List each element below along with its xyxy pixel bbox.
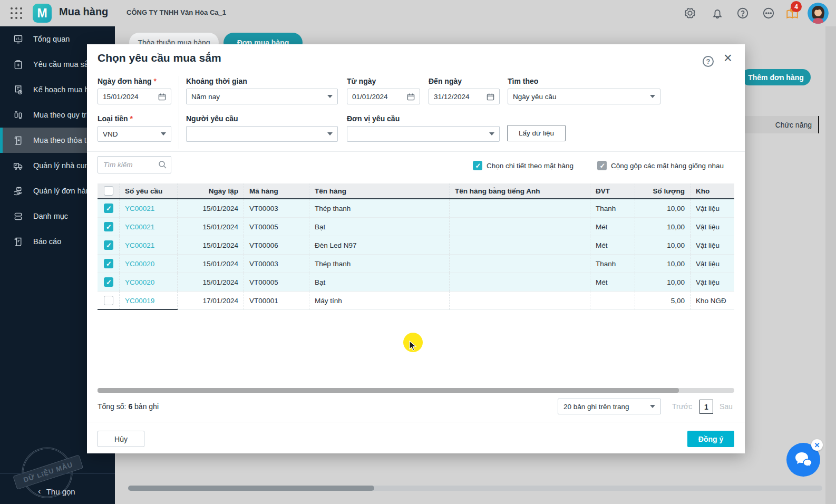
warehouse-cell: Kho NGĐ — [691, 292, 734, 309]
col-unit[interactable]: ĐVT — [590, 183, 635, 198]
purchase-request-table: Số yêu cầu Ngày lập Mã hàng Tên hàng Tên… — [98, 183, 734, 310]
table-row[interactable]: YC00021 15/01/2024 VT00006 Đèn Led N97 M… — [98, 236, 734, 255]
sidebar-collapse-button[interactable]: ‹ Thu gọn — [0, 479, 115, 504]
option-merge-identical-items[interactable]: Cộng gộp các mặt hàng giống nhau — [597, 161, 724, 170]
from-date-input[interactable]: 01/01/2024 — [347, 89, 420, 104]
row-checkbox[interactable] — [104, 203, 113, 213]
item-code-cell: VT00001 — [244, 292, 309, 309]
option-label: Chọn chi tiết theo mặt hàng — [487, 162, 573, 170]
currency-select[interactable]: VND — [98, 126, 171, 142]
caret-down-icon — [650, 405, 655, 408]
sidebar-item-label: Tổng quan — [33, 35, 70, 43]
col-warehouse[interactable]: Kho — [691, 183, 734, 198]
modal-close-icon[interactable]: × — [721, 51, 735, 65]
table-row[interactable]: YC00020 15/01/2024 VT00003 Thép thanh Th… — [98, 255, 734, 273]
unit-cell: Mét — [590, 236, 635, 254]
app-logo[interactable]: M — [33, 4, 52, 23]
search-by-label: Tìm theo — [508, 77, 538, 85]
item-name-cell: Máy tính — [309, 292, 450, 309]
table-row[interactable]: YC00021 15/01/2024 VT00003 Thép thanh Th… — [98, 199, 734, 218]
item-name-en-cell — [450, 218, 590, 236]
request-no-link[interactable]: YC00021 — [120, 236, 178, 254]
table-row[interactable]: YC00019 17/01/2024 VT00001 Máy tính 5,00… — [98, 292, 734, 310]
add-order-button[interactable]: Thêm đơn hàng — [741, 69, 811, 85]
calendar-icon[interactable] — [407, 93, 415, 101]
screen: M Mua hàng CÔNG TY TNHH Vân Hòa Ca_1 4 T… — [0, 0, 836, 504]
help-icon[interactable] — [736, 6, 750, 20]
page-horizontal-scrollbar-thumb[interactable] — [128, 486, 374, 491]
request-no-link[interactable]: YC00021 — [120, 218, 178, 236]
modal-hscrollbar-thumb[interactable] — [98, 388, 679, 393]
row-checkbox[interactable] — [104, 296, 113, 305]
table-row[interactable]: YC00021 15/01/2024 VT00005 Bạt Mét 10,00… — [98, 218, 734, 236]
checkbox-select-by-item[interactable] — [473, 161, 482, 170]
requester-select[interactable] — [186, 126, 338, 142]
warehouse-cell: Vật liệu — [691, 199, 734, 217]
row-checkbox[interactable] — [104, 259, 113, 268]
row-checkbox[interactable] — [104, 277, 113, 287]
request-no-link[interactable]: YC00019 — [120, 292, 178, 309]
date-cell: 15/01/2024 — [178, 218, 244, 236]
notifications-bell-icon[interactable] — [711, 6, 724, 20]
item-name-cell: Bạt — [309, 218, 450, 236]
search-by-select[interactable]: Ngày yêu cầu — [508, 89, 660, 104]
pagination-page-number[interactable]: 1 — [699, 400, 713, 414]
quantity-cell: 10,00 — [635, 199, 691, 217]
caret-down-icon — [327, 95, 333, 98]
caret-down-icon — [161, 132, 166, 135]
calendar-icon[interactable] — [158, 93, 166, 101]
calendar-icon[interactable] — [487, 93, 494, 101]
app-title: Mua hàng — [59, 6, 108, 18]
row-checkbox[interactable] — [104, 222, 113, 231]
request-no-link[interactable]: YC00021 — [120, 199, 178, 217]
item-name-en-cell — [450, 292, 590, 309]
search-icon — [158, 160, 167, 169]
more-options-icon[interactable] — [762, 6, 775, 20]
notification-badge: 4 — [791, 1, 802, 12]
col-item-name-en[interactable]: Tên hàng bằng tiếng Anh — [450, 183, 590, 198]
col-request-no[interactable]: Số yêu cầu — [120, 183, 178, 198]
page-size-select[interactable]: 20 bản ghi trên trang — [558, 399, 661, 414]
date-cell: 17/01/2024 — [178, 292, 244, 309]
confirm-button[interactable]: Đồng ý — [687, 431, 734, 447]
user-avatar[interactable] — [808, 3, 829, 24]
settings-gear-icon[interactable] — [683, 6, 697, 20]
company-name[interactable]: CÔNG TY TNHH Vân Hòa Ca_1 — [127, 8, 226, 16]
date-cell: 15/01/2024 — [178, 236, 244, 254]
requester-label: Người yêu cầu — [186, 114, 238, 123]
pagination-prev[interactable]: Trước — [672, 402, 692, 411]
supplier-icon — [13, 160, 24, 171]
item-code-cell: VT00005 — [244, 218, 309, 236]
apps-grid-icon[interactable] — [11, 7, 23, 20]
table-row[interactable]: YC00020 15/01/2024 VT00005 Bạt Mét 10,00… — [98, 273, 734, 292]
sidebar-item-label: Quản lý đơn hàn — [33, 187, 90, 195]
get-data-button[interactable]: Lấy dữ liệu — [507, 125, 566, 141]
to-date-input[interactable]: 31/12/2024 — [429, 89, 500, 104]
order-date-label: Ngày đơn hàng * — [98, 77, 157, 85]
request-no-link[interactable]: YC00020 — [120, 273, 178, 291]
select-all-checkbox[interactable] — [104, 186, 113, 196]
cancel-button[interactable]: Hủy — [98, 431, 144, 447]
from-date-label: Từ ngày — [347, 77, 376, 85]
col-quantity[interactable]: Số lượng — [635, 183, 691, 198]
checkbox-merge-identical[interactable] — [597, 161, 607, 170]
sidebar-item-label: Mua theo thỏa t — [33, 136, 86, 144]
col-date[interactable]: Ngày lập — [178, 183, 244, 198]
request-no-link[interactable]: YC00020 — [120, 255, 178, 273]
period-select[interactable]: Năm nay — [186, 89, 338, 104]
order-date-input[interactable]: 15/01/2024 — [98, 89, 171, 104]
row-checkbox[interactable] — [104, 240, 113, 250]
item-name-cell: Đèn Led N97 — [309, 236, 450, 254]
item-name-en-cell — [450, 199, 590, 217]
caret-down-icon — [650, 95, 655, 98]
modal-help-icon[interactable]: ? — [703, 56, 714, 67]
page-vertical-scrollbar[interactable] — [825, 26, 836, 504]
col-item-code[interactable]: Mã hàng — [244, 183, 309, 198]
col-item-name[interactable]: Tên hàng — [309, 183, 450, 198]
sidebar-item-label: Mua theo quy trì — [33, 111, 89, 119]
option-select-by-item[interactable]: Chọn chi tiết theo mặt hàng — [473, 161, 573, 170]
request-unit-select[interactable] — [347, 126, 500, 142]
date-cell: 15/01/2024 — [178, 273, 244, 291]
chat-close-icon[interactable]: ✕ — [811, 439, 823, 451]
pagination-next[interactable]: Sau — [720, 402, 733, 411]
